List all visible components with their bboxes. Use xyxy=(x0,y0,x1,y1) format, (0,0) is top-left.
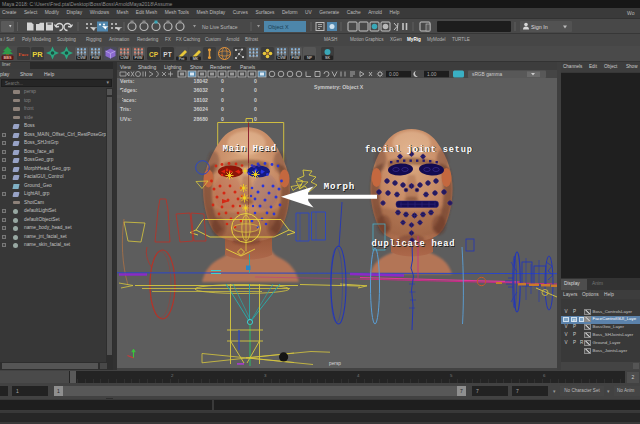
svg-text:FVW: FVW xyxy=(92,56,101,60)
svg-text:Verts:: Verts: xyxy=(120,78,135,84)
svg-text:18102: 18102 xyxy=(194,97,209,103)
svg-text:0: 0 xyxy=(254,97,257,103)
svg-text:No Live Surface: No Live Surface xyxy=(202,24,238,30)
svg-text:0: 0 xyxy=(254,106,257,112)
svg-text:0: 0 xyxy=(221,97,224,103)
svg-text:facial joint setup: facial joint setup xyxy=(365,145,473,155)
svg-text:Sign In: Sign In xyxy=(531,24,548,30)
svg-text:0: 0 xyxy=(221,78,224,84)
svg-text:28680: 28680 xyxy=(194,116,209,122)
svg-text:Faces:: Faces: xyxy=(120,97,137,103)
svg-text:Morph: Morph xyxy=(324,181,355,192)
svg-text:MK: MK xyxy=(193,57,199,61)
svg-text:sRGB gamma: sRGB gamma xyxy=(472,72,502,77)
svg-text:Pnt: Pnt xyxy=(179,57,184,61)
svg-text:0: 0 xyxy=(254,116,257,122)
svg-text:36024: 36024 xyxy=(194,106,209,112)
svg-text:0: 0 xyxy=(221,116,224,122)
svg-text:0: 0 xyxy=(254,78,257,84)
svg-text:SK: SK xyxy=(325,56,330,60)
svg-text:PR: PR xyxy=(32,50,43,59)
svg-text:NP: NP xyxy=(307,56,313,60)
svg-text:Symmetry: Object X: Symmetry: Object X xyxy=(314,84,364,90)
svg-text:CVW: CVW xyxy=(120,56,129,60)
svg-text:CVW: CVW xyxy=(77,56,86,60)
svg-text:Object X: Object X xyxy=(268,24,289,30)
svg-text:0: 0 xyxy=(221,87,224,93)
svg-text:18042: 18042 xyxy=(194,78,209,84)
svg-text:FVW: FVW xyxy=(292,56,301,60)
svg-text:UVs:: UVs: xyxy=(120,116,132,122)
svg-text:Edges:: Edges: xyxy=(120,87,138,93)
svg-text:Tris:: Tris: xyxy=(120,106,131,112)
svg-text:Main Head: Main Head xyxy=(223,144,277,154)
svg-text:BBS: BBS xyxy=(3,56,11,60)
svg-text:FVW: FVW xyxy=(135,56,144,60)
svg-text:CP: CP xyxy=(149,51,159,58)
svg-text:Face: Face xyxy=(19,52,30,57)
svg-text:duplicate head: duplicate head xyxy=(372,239,456,249)
svg-text:0.00: 0.00 xyxy=(389,72,399,77)
svg-text:CVW: CVW xyxy=(277,56,286,60)
svg-text:1.00: 1.00 xyxy=(427,72,437,77)
svg-text:0: 0 xyxy=(221,106,224,112)
svg-text:0: 0 xyxy=(254,87,257,93)
svg-text:PT: PT xyxy=(163,51,171,58)
svg-text:persp: persp xyxy=(329,361,341,366)
svg-text:36032: 36032 xyxy=(194,87,209,93)
